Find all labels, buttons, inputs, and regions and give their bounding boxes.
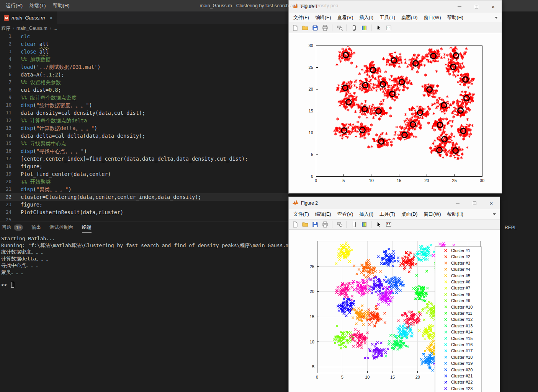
fig-menu-item[interactable]: 插入(I) — [356, 15, 376, 21]
figure1-plot[interactable]: 051015202530051015202530 — [289, 33, 502, 193]
svg-text:25: 25 — [452, 178, 457, 183]
chevron-down-icon[interactable] — [493, 213, 496, 215]
panel-tab-调试控制台[interactable]: 调试控制台 — [49, 224, 74, 232]
print-preview-icon[interactable] — [335, 221, 343, 229]
line-number: 23 — [0, 201, 11, 208]
open-file-icon[interactable] — [301, 221, 309, 229]
code-line[interactable]: 3close all — [0, 48, 288, 55]
breadcrumb-item[interactable]: main_Gauss.m — [16, 26, 47, 31]
terminal-prompt-row[interactable]: >> — [0, 282, 288, 288]
code-line[interactable]: 9%% 统计每个数据点密度 — [0, 94, 288, 101]
fig-menu-item[interactable]: 查看(V) — [334, 15, 356, 21]
code-editor[interactable]: 1clc2clear all3close all4%% 加载数据5load('.… — [0, 33, 288, 221]
new-figure-icon[interactable] — [291, 24, 299, 32]
figure1-window[interactable]: Figure 1 × 文件(F)编辑(E)查看(V)插入(I)工具(T)桌面(D… — [288, 0, 502, 194]
breadcrumb-item[interactable]: ... — [54, 26, 57, 31]
svg-text:Cluster #9: Cluster #9 — [451, 298, 470, 303]
fig-menu-item[interactable]: 桌面(D) — [398, 15, 420, 21]
code-line[interactable]: 5load('../测试数据/D31.mat') — [0, 63, 288, 71]
tab-main-gauss[interactable]: M main_Gauss.m × — [0, 11, 57, 24]
code-text: disp("计算数据delta。。。") — [11, 124, 97, 132]
code-line[interactable]: 20%% 开始聚类 — [0, 178, 288, 185]
chevron-down-icon[interactable] — [495, 17, 498, 19]
code-line[interactable]: 11data_density=cal_density(data,cut_dist… — [0, 109, 288, 117]
insert-colorbar-icon[interactable] — [360, 24, 368, 32]
fig-menu-item[interactable]: 编辑(E) — [312, 211, 334, 218]
fig-menu-item[interactable]: 工具(T) — [376, 15, 398, 21]
new-figure-icon[interactable] — [291, 221, 299, 229]
svg-text:20: 20 — [415, 375, 420, 379]
menu-item[interactable]: 帮助(H) — [49, 1, 73, 10]
print-preview-icon[interactable] — [335, 24, 343, 32]
fig-menu-item[interactable]: 编辑(E) — [312, 15, 334, 21]
code-line[interactable]: 7%% 设置相关参数 — [0, 78, 288, 86]
tab-close-icon[interactable]: × — [49, 15, 52, 21]
edit-plot-icon[interactable] — [374, 221, 383, 229]
fig-menu-item[interactable]: 文件(F) — [290, 15, 312, 21]
insert-colorbar-icon[interactable] — [360, 221, 368, 229]
menu-item[interactable]: 终端(T) — [26, 1, 49, 10]
fig-menu-item[interactable]: 桌面(D) — [398, 211, 420, 218]
code-line[interactable]: 21disp("聚类。。。") — [0, 185, 288, 193]
svg-text:Cluster #1: Cluster #1 — [451, 248, 470, 253]
save-figure-icon[interactable] — [311, 24, 319, 32]
legend[interactable]: Cluster #1Cluster #2Cluster #3Cluster #4… — [435, 247, 481, 392]
code-line[interactable]: 24PlotClusterinResult(data,cluster) — [0, 208, 288, 216]
code-line[interactable]: 22cluster=Clustering(data,center,center_… — [0, 193, 288, 201]
insert-legend-icon[interactable] — [384, 24, 392, 32]
code-line[interactable]: 23figure; — [0, 201, 288, 208]
open-file-icon[interactable] — [301, 24, 309, 32]
code-line[interactable]: 16disp("寻找中心点。。。") — [0, 147, 288, 155]
print-icon[interactable] — [321, 221, 329, 229]
tab-label: main_Gauss.m — [11, 15, 45, 21]
code-line[interactable]: 8cut_dist=0.8; — [0, 86, 288, 94]
svg-text:Cluster #5: Cluster #5 — [451, 273, 470, 278]
code-line[interactable]: 25 — [0, 216, 288, 221]
code-line[interactable]: 2clear all — [0, 40, 288, 48]
figure2-window[interactable]: Figure 2 × 文件(F)编辑(E)查看(V)插入(I)工具(T)桌面(D… — [288, 197, 500, 392]
save-figure-icon[interactable] — [311, 221, 319, 229]
print-icon[interactable] — [321, 24, 329, 32]
code-line[interactable]: 19Plot_find_center(data,center) — [0, 170, 288, 178]
code-line[interactable]: 14data_delta=cal_delta(data,data_density… — [0, 132, 288, 140]
fig-menu-item[interactable]: 插入(I) — [356, 211, 376, 218]
code-line[interactable]: 10disp("统计数据密度。。。") — [0, 101, 288, 109]
code-line[interactable]: 12%% 计算每个数据点的delta — [0, 117, 288, 124]
code-line[interactable]: 4%% 加载数据 — [0, 55, 288, 63]
breadcrumb-item[interactable]: 程序 — [1, 25, 10, 32]
fig-menu-item[interactable]: 帮助(H) — [444, 211, 466, 218]
fig-menu-item[interactable]: 帮助(H) — [444, 15, 466, 21]
terminal-repl-label[interactable]: REPL — [505, 225, 517, 230]
code-line[interactable]: 6data=A(:,1:2); — [0, 71, 288, 78]
svg-text:30: 30 — [480, 178, 484, 183]
open-in-mobile-icon[interactable] — [350, 221, 358, 229]
code-line[interactable]: 13disp("计算数据delta。。。") — [0, 124, 288, 132]
maximize-button[interactable] — [466, 197, 483, 209]
terminal-prompt: >> — [1, 282, 7, 288]
panel-tab-终端[interactable]: 终端 — [82, 224, 92, 233]
fig-menu-item[interactable]: 窗口(W) — [420, 211, 444, 218]
insert-legend-icon[interactable] — [384, 221, 392, 229]
terminal-line: 统计数据密度。。。 — [1, 249, 288, 255]
terminal-output[interactable]: Starting Matlab...Running: "f:\算法\matlab… — [0, 234, 288, 275]
figure2-plot[interactable]: 051015202530510152025Cluster #1Cluster #… — [289, 230, 500, 392]
figure2-titlebar[interactable]: Figure 2 × — [289, 197, 500, 209]
close-button[interactable]: × — [483, 197, 500, 209]
code-line[interactable]: 17[center,center_index]=find_center(data… — [0, 155, 288, 163]
panel-tab-输出[interactable]: 输出 — [31, 224, 41, 232]
terminal-line: 计算数据delta。。。 — [1, 255, 288, 262]
fig-menu-item[interactable]: 文件(F) — [290, 211, 312, 218]
code-line[interactable]: 1clc — [0, 33, 288, 40]
terminal-cursor — [11, 282, 14, 288]
code-text: cluster=Clustering(data,center,center_in… — [11, 193, 201, 201]
code-line[interactable]: 15%% 寻找聚类中心点 — [0, 140, 288, 147]
fig-menu-item[interactable]: 工具(T) — [376, 211, 398, 218]
minimize-button[interactable] — [449, 197, 466, 209]
fig-menu-item[interactable]: 窗口(W) — [420, 15, 444, 21]
menu-item[interactable]: 运行(R) — [2, 1, 26, 10]
panel-tab-问题[interactable]: 问题19 — [2, 224, 23, 232]
open-in-mobile-icon[interactable] — [350, 24, 358, 32]
edit-plot-icon[interactable] — [374, 24, 383, 32]
code-line[interactable]: 18figure; — [0, 163, 288, 170]
fig-menu-item[interactable]: 查看(V) — [334, 211, 356, 218]
